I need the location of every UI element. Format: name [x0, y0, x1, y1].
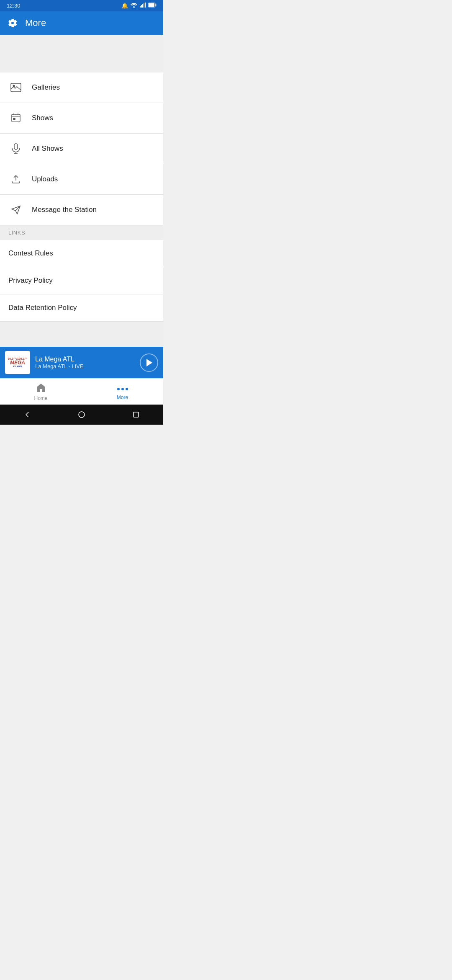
- nav-item-home[interactable]: Home: [0, 379, 82, 405]
- wifi-icon: [131, 3, 137, 9]
- player-bar: 96.5™/105.1™ MEGA ATLANTA La Mega ATL La…: [0, 347, 163, 378]
- battery-icon: [148, 3, 157, 9]
- svg-point-20: [126, 388, 128, 390]
- menu-item-galleries[interactable]: Galleries: [0, 72, 163, 103]
- menu-item-all-shows[interactable]: All Shows: [0, 134, 163, 164]
- status-bar: 12:30 🔔: [0, 0, 163, 11]
- top-spacer: [0, 35, 163, 72]
- svg-rect-3: [144, 3, 144, 8]
- svg-rect-2: [142, 4, 143, 8]
- logo-main: MEGA: [10, 360, 25, 365]
- microphone-icon: [8, 141, 23, 156]
- more-nav-label: More: [117, 395, 128, 400]
- menu-item-shows[interactable]: Shows: [0, 103, 163, 134]
- svg-rect-0: [140, 6, 141, 8]
- svg-rect-10: [12, 114, 20, 122]
- menu-item-message[interactable]: Message the Station: [0, 195, 163, 225]
- home-nav-label: Home: [34, 395, 47, 401]
- data-retention-label: Data Retention Policy: [8, 304, 77, 312]
- link-item-data-retention[interactable]: Data Retention Policy: [0, 294, 163, 322]
- player-station-name: La Mega ATL: [35, 356, 135, 363]
- player-subtitle: La Mega ATL - LIVE: [35, 363, 135, 369]
- message-label: Message the Station: [32, 206, 97, 214]
- home-button[interactable]: [77, 410, 87, 420]
- svg-rect-1: [141, 5, 142, 8]
- uploads-label: Uploads: [32, 175, 58, 183]
- svg-rect-23: [134, 412, 139, 417]
- contest-rules-label: Contest Rules: [8, 249, 53, 258]
- nav-item-more[interactable]: More: [82, 379, 163, 405]
- logo-sub: ATLANTA: [13, 365, 23, 368]
- calendar-icon: [8, 111, 23, 126]
- gear-icon: [7, 17, 18, 29]
- svg-rect-7: [149, 3, 154, 7]
- svg-rect-4: [145, 3, 146, 8]
- svg-rect-15: [14, 144, 18, 150]
- recents-button[interactable]: [131, 410, 141, 420]
- svg-point-22: [79, 412, 85, 418]
- svg-rect-14: [13, 118, 15, 120]
- station-logo: 96.5™/105.1™ MEGA ATLANTA: [5, 351, 30, 374]
- signal-icon: [140, 3, 146, 9]
- upload-icon: [8, 172, 23, 187]
- links-section: Contest Rules Privacy Policy Data Retent…: [0, 240, 163, 322]
- bottom-spacer: [0, 322, 163, 347]
- all-shows-label: All Shows: [32, 144, 63, 153]
- menu-item-uploads[interactable]: Uploads: [0, 164, 163, 195]
- home-icon: [36, 383, 46, 395]
- galleries-label: Galleries: [32, 83, 60, 92]
- menu-section: Galleries Shows All Shows: [0, 72, 163, 225]
- page-title: More: [25, 18, 46, 28]
- svg-rect-6: [156, 4, 157, 6]
- more-dots-icon: [117, 383, 128, 394]
- player-info: La Mega ATL La Mega ATL - LIVE: [35, 356, 135, 369]
- send-icon: [8, 202, 23, 217]
- svg-point-18: [117, 388, 120, 390]
- system-nav: [0, 405, 163, 425]
- svg-point-19: [121, 388, 124, 390]
- time-display: 12:30: [7, 3, 21, 9]
- bell-icon: 🔔: [121, 3, 128, 9]
- play-button[interactable]: [140, 353, 158, 372]
- bottom-nav: Home More: [0, 378, 163, 405]
- link-item-privacy-policy[interactable]: Privacy Policy: [0, 267, 163, 294]
- back-button[interactable]: [22, 410, 32, 420]
- shows-label: Shows: [32, 114, 53, 122]
- links-section-header: LINKS: [0, 225, 163, 240]
- svg-marker-21: [26, 412, 29, 417]
- status-icons: 🔔: [121, 3, 157, 9]
- privacy-policy-label: Privacy Policy: [8, 276, 53, 285]
- link-item-contest-rules[interactable]: Contest Rules: [0, 240, 163, 267]
- page-header: More: [0, 11, 163, 35]
- image-icon: [8, 80, 23, 95]
